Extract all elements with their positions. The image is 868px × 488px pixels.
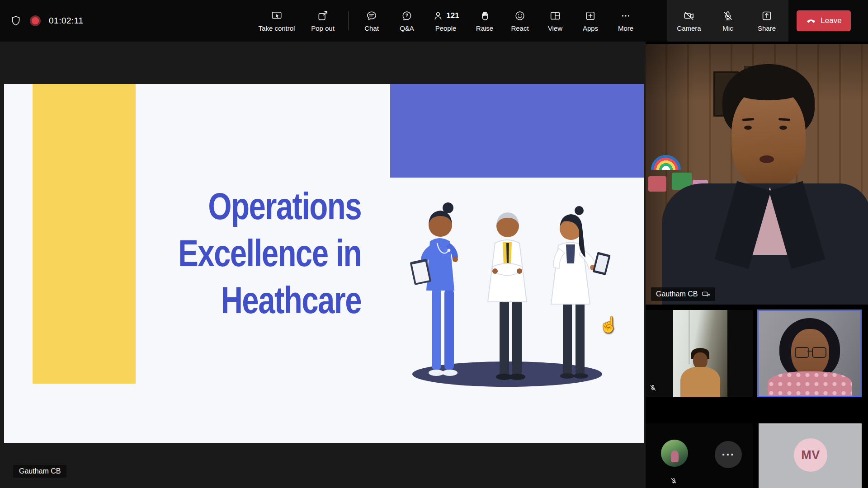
share-icon (761, 10, 773, 22)
doctor-tablet-figure (551, 206, 611, 379)
video-tile-participant-2[interactable] (646, 310, 753, 397)
glasses-decor (807, 351, 813, 352)
raise-hand-icon (479, 10, 491, 22)
window-frame-decor (689, 310, 690, 364)
overflow-ellipsis: ··· (715, 441, 742, 468)
wall-art-decor (648, 176, 666, 192)
chat-icon (366, 10, 377, 22)
participant-name: Gautham CB (656, 290, 698, 298)
glasses-decor (812, 347, 826, 358)
raise-hand-label: Raise (476, 24, 493, 32)
qa-button[interactable]: ? Q&A (395, 0, 419, 42)
qa-label: Q&A (400, 24, 414, 32)
initials-avatar: MV (794, 438, 827, 472)
toolbar-center-group: Take control Pop out Chat ? Q&A (256, 0, 638, 42)
pop-out-button[interactable]: Pop out (308, 0, 337, 42)
leave-button[interactable]: Leave (797, 10, 851, 31)
slide-title-line-3: Heathcare (162, 277, 361, 324)
apps-icon (585, 10, 596, 22)
slide-title-line-1: Operations (162, 183, 361, 230)
apps-button[interactable]: Apps (578, 0, 603, 42)
people-label: People (435, 24, 457, 32)
react-button[interactable]: React (508, 0, 532, 42)
chat-button[interactable]: Chat (359, 0, 384, 42)
svg-text:?: ? (406, 13, 408, 18)
presentation-slide: Operations Excellence in Heathcare (4, 84, 644, 443)
qa-icon: ? (401, 10, 413, 22)
raise-hand-button[interactable]: Raise (472, 0, 497, 42)
glasses-decor (795, 347, 809, 358)
share-button[interactable]: Share (750, 0, 784, 42)
hangup-icon (806, 15, 816, 27)
healthcare-illustration (392, 153, 627, 406)
mouse-cursor-icon: ☝ (599, 315, 618, 333)
chat-label: Chat (364, 24, 379, 32)
people-icon-row: 121 (432, 10, 459, 22)
mic-label: Mic (722, 24, 733, 32)
pop-out-icon (317, 10, 329, 22)
participant-silhouette (680, 367, 720, 397)
participant-name-badge: Gautham CB (651, 287, 715, 301)
overflow-participants-tile[interactable]: ··· (699, 423, 753, 488)
slide-yellow-bar (33, 84, 136, 384)
video-tile-active-speaker[interactable] (757, 310, 862, 397)
camera-button[interactable]: Camera (672, 0, 706, 42)
more-icon (620, 10, 632, 22)
pop-out-label: Pop out (311, 24, 335, 32)
mic-off-icon (722, 10, 734, 22)
shared-screen-stage: Operations Excellence in Heathcare (0, 42, 646, 488)
shield-icon[interactable] (10, 15, 22, 27)
people-count: 121 (446, 11, 459, 20)
meeting-timer: 01:02:11 (49, 16, 84, 26)
mic-button[interactable]: Mic (711, 0, 745, 42)
more-button[interactable]: More (613, 0, 638, 42)
recording-indicator-icon (30, 15, 41, 26)
participant-silhouette (768, 371, 852, 397)
participant-video (673, 310, 727, 397)
toolbar-divider (348, 11, 349, 30)
muted-mic-icon (670, 477, 677, 486)
participants-sidebar: Gautham CB (646, 42, 868, 488)
avatar (661, 440, 688, 467)
view-label: View (548, 24, 562, 32)
senior-doctor-figure (488, 212, 527, 380)
toolbar-left-group: 01:02:11 (10, 0, 84, 42)
react-label: React (511, 24, 528, 32)
participant-silhouette (744, 126, 752, 130)
view-button[interactable]: View (543, 0, 567, 42)
share-label: Share (758, 24, 776, 32)
sharing-indicator-icon (702, 290, 710, 299)
participant-silhouette (693, 352, 708, 369)
avatar-figure (671, 450, 679, 462)
video-tile-gautham[interactable]: Gautham CB (646, 44, 868, 305)
slide-title-line-2: Excellence in (162, 230, 361, 277)
wall-art-decor (648, 152, 684, 170)
react-icon (514, 10, 526, 22)
presenter-name-badge: Gautham CB (13, 465, 66, 478)
participant-silhouette (731, 87, 806, 187)
audio-tile-participant-4[interactable] (646, 423, 699, 488)
take-control-icon (271, 10, 283, 22)
camera-off-icon (683, 10, 695, 22)
meeting-toolbar: 01:02:11 Take control Pop out Ch (0, 0, 868, 42)
nurse-figure (410, 202, 458, 376)
take-control-button[interactable]: Take control (256, 0, 297, 42)
audio-tile-mv[interactable]: MV (759, 423, 862, 488)
view-icon (549, 10, 561, 22)
leave-label: Leave (821, 16, 841, 25)
take-control-label: Take control (259, 24, 295, 32)
slide-title: Operations Excellence in Heathcare (162, 183, 361, 324)
participant-silhouette (779, 126, 787, 130)
apps-label: Apps (583, 24, 598, 32)
muted-mic-icon (649, 384, 657, 394)
teams-meeting-window: 01:02:11 Take control Pop out Ch (0, 0, 868, 488)
participant-silhouette (728, 70, 809, 100)
camera-label: Camera (677, 24, 701, 32)
people-button[interactable]: 121 People (430, 0, 462, 42)
toolbar-device-group: Camera Mic Share (667, 0, 788, 42)
participant-silhouette (760, 155, 774, 163)
people-icon (432, 10, 444, 22)
more-label: More (618, 24, 633, 32)
